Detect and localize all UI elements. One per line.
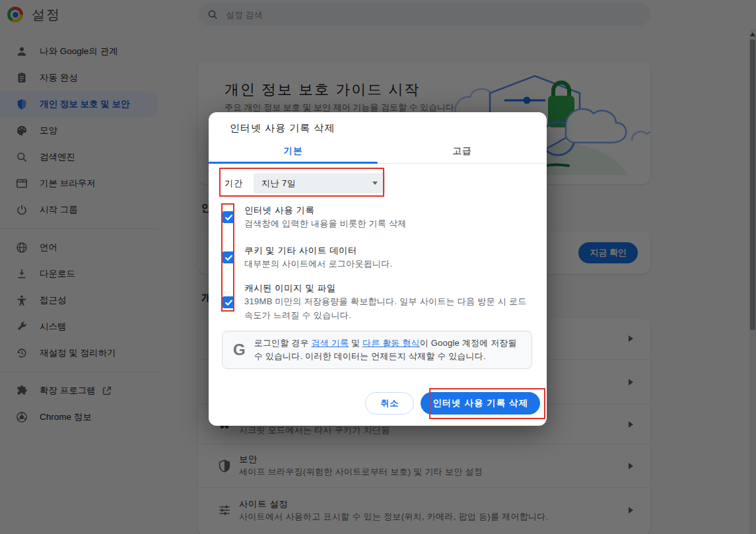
cookies-checkbox[interactable] [223, 251, 234, 263]
other-activity-link[interactable]: 다른 활동 형식 [362, 338, 420, 348]
time-range-row: 기간 지난 7일 [224, 173, 386, 193]
dropdown-arrow-icon [372, 182, 378, 185]
checkbox-title: 인터넷 사용 기록 [244, 205, 407, 217]
tab-basic[interactable]: 기본 [209, 139, 378, 163]
time-range-value: 지난 7일 [261, 178, 296, 189]
checkbox-subtitle: 대부분의 사이트에서 로그아웃됩니다. [244, 257, 393, 271]
notice-text-part: 로그인할 경우 [254, 338, 312, 348]
browsing-history-checkbox[interactable] [223, 211, 234, 223]
checkbox-row-browsing-history: 인터넷 사용 기록 검색창에 입력한 내용을 비롯한 기록 삭제 [223, 203, 528, 231]
time-range-select[interactable]: 지난 7일 [254, 173, 386, 193]
checkbox-subtitle: 319MB 미만의 저장용량을 확보합니다. 일부 사이트는 다음 방문 시 로… [244, 294, 535, 322]
checkbox-subtitle: 검색창에 입력한 내용을 비롯한 기록 삭제 [244, 217, 407, 230]
cancel-button[interactable]: 취소 [365, 392, 414, 415]
google-g-icon: G [233, 341, 246, 359]
tab-advanced[interactable]: 고급 [378, 139, 547, 163]
google-account-notice: G 로그인할 경우 검색 기록 및 다른 활동 형식이 Google 계정에 저… [222, 331, 532, 369]
active-tab-indicator [209, 162, 378, 164]
dialog-title: 인터넷 사용 기록 삭제 [230, 122, 335, 135]
checkbox-title: 캐시된 이미지 및 파일 [244, 283, 535, 294]
dialog-buttons: 취소 인터넷 사용 기록 삭제 [365, 392, 540, 415]
clear-data-button[interactable]: 인터넷 사용 기록 삭제 [421, 392, 540, 415]
notice-text: 로그인할 경우 검색 기록 및 다른 활동 형식이 Google 계정에 저장될… [254, 337, 524, 363]
checkbox-row-cached-images: 캐시된 이미지 및 파일 319MB 미만의 저장용량을 확보합니다. 일부 사… [223, 281, 528, 323]
time-range-label: 기간 [224, 178, 243, 189]
search-history-link[interactable]: 검색 기록 [312, 338, 349, 348]
checkbox-row-cookies: 쿠키 및 기타 사이트 데이터 대부분의 사이트에서 로그아웃됩니다. [223, 244, 528, 271]
chrome-settings-page: 설정 나와 Google의 관계 자동 완성 개인 정보 보호 및 보안 모양 [0, 0, 756, 534]
cached-images-checkbox[interactable] [223, 296, 234, 308]
notice-text-part: 및 [349, 338, 362, 348]
clear-browsing-data-dialog: 인터넷 사용 기록 삭제 기본 고급 기간 지난 7일 인터넷 사용 기록 검색… [209, 112, 547, 426]
dialog-tabs: 기본 고급 [209, 139, 547, 164]
checkbox-title: 쿠키 및 기타 사이트 데이터 [244, 245, 393, 257]
